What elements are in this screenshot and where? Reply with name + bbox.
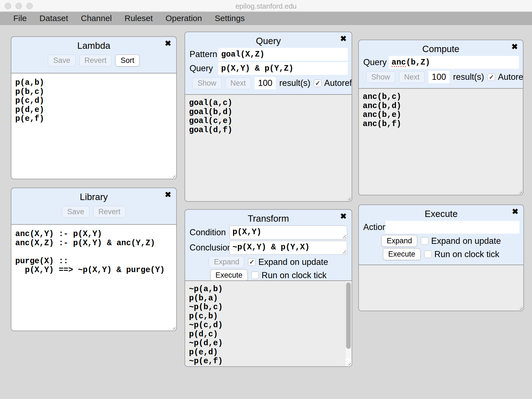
library-editor-area: anc(X,Y) :- p(X,Y) anc(X,Z) :- p(X,Y) & …: [11, 224, 176, 331]
checkmark-icon: ✓: [315, 80, 320, 86]
compute-panel: Compute ✖ Query anc(b,Z) Show Next resul…: [358, 40, 523, 195]
expand-on-update-label: Expand on update: [431, 236, 501, 246]
window-title: epilog.stanford.edu: [0, 2, 532, 11]
results-suffix-label: result(s): [279, 78, 310, 88]
library-save-button[interactable]: Save: [62, 206, 89, 218]
compute-query-input[interactable]: anc(b,Z): [389, 56, 519, 69]
lambda-panel-header: Lambda ✖ Save Revert Sort: [11, 37, 176, 66]
lambda-panel-title: Lambda: [11, 40, 176, 51]
autorefresh-label: Autorefresh: [324, 78, 352, 88]
compute-panel-title: Compute: [359, 44, 523, 55]
run-on-clock-tick-checkbox[interactable]: [251, 272, 259, 279]
compute-results: anc(b,c) anc(b,d) anc(b,e) anc(b,f): [359, 89, 523, 132]
compute-results-area: anc(b,c) anc(b,d) anc(b,e) anc(b,f): [359, 88, 523, 195]
query-input[interactable]: [218, 62, 348, 75]
query-results-area: goal(a,c) goal(b,d) goal(c,e) goal(d,f): [185, 94, 352, 201]
autorefresh-label: Autorefresh: [498, 72, 523, 82]
query-results: goal(a,c) goal(b,d) goal(c,e) goal(d,f): [185, 95, 352, 139]
query-label: Query: [190, 63, 218, 73]
library-revert-button[interactable]: Revert: [93, 206, 126, 218]
transform-results-area: ~p(a,b) p(b,a) ~p(b,c) p(c,b) ~p(c,d) p(…: [185, 280, 352, 366]
lambda-revert-button[interactable]: Revert: [79, 55, 112, 66]
library-editor[interactable]: anc(X,Y) :- p(X,Y) anc(X,Z) :- p(X,Y) & …: [11, 225, 176, 331]
transform-results: ~p(a,b) p(b,a) ~p(b,c) p(c,b) ~p(c,d) p(…: [185, 281, 352, 366]
condition-input[interactable]: p(X,Y): [229, 226, 347, 239]
execute-execute-button[interactable]: Execute: [383, 248, 421, 260]
query-autorefresh-checkbox[interactable]: ✓: [314, 80, 321, 87]
action-label: Action: [363, 222, 385, 232]
run-on-clock-tick-label: Run on clock tick: [262, 270, 326, 280]
query-panel: Query ✖ Pattern Query Show Next result(s…: [185, 32, 352, 202]
lambda-editor-area: p(a,b) p(b,c) p(c,d) p(d,e) p(e,f): [11, 73, 176, 179]
lambda-sort-button[interactable]: Sort: [115, 55, 140, 66]
pattern-label: Pattern: [190, 49, 218, 59]
query-show-button[interactable]: Show: [192, 77, 222, 89]
condition-label: Condition: [190, 227, 229, 237]
conclusion-input[interactable]: ~p(X,Y) & p(Y,X): [229, 241, 347, 255]
scrollbar[interactable]: [345, 281, 352, 366]
execute-run-on-clock-tick-checkbox[interactable]: [424, 250, 432, 258]
lambda-editor[interactable]: p(a,b) p(b,c) p(c,d) p(d,e) p(e,f): [11, 73, 176, 179]
close-icon[interactable]: ✖: [340, 213, 347, 220]
compute-result-count-input[interactable]: [428, 71, 449, 83]
query-panel-header: Query ✖ Pattern Query Show Next result(s…: [185, 32, 352, 89]
checkmark-icon: ✓: [249, 259, 254, 265]
compute-autorefresh-checkbox[interactable]: ✓: [488, 73, 495, 81]
close-icon[interactable]: ✖: [165, 191, 171, 199]
menu-ruleset[interactable]: Ruleset: [125, 14, 153, 23]
query-result-count-input[interactable]: [255, 77, 276, 89]
menu-settings[interactable]: Settings: [215, 14, 245, 23]
transform-execute-button[interactable]: Execute: [210, 269, 248, 281]
execute-panel: Execute ✖ Action Expand Expand on update…: [358, 204, 524, 311]
transform-expand-button[interactable]: Expand: [209, 256, 245, 268]
execute-panel-header: Execute ✖ Action Expand Expand on update…: [359, 205, 523, 260]
pattern-input[interactable]: [218, 48, 348, 61]
resize-handle-icon[interactable]: [518, 306, 523, 310]
execute-panel-title: Execute: [359, 208, 523, 219]
conclusion-label: Conclusion: [190, 243, 229, 253]
run-on-clock-tick-label: Run on clock tick: [434, 249, 499, 259]
execute-results: [359, 265, 523, 273]
close-icon[interactable]: ✖: [340, 35, 347, 43]
menu-bar: File Dataset Channel Ruleset Operation S…: [0, 12, 532, 25]
resize-handle-icon[interactable]: [347, 196, 351, 200]
library-panel: Library ✖ Save Revert anc(X,Y) :- p(X,Y)…: [11, 188, 177, 331]
query-next-button[interactable]: Next: [225, 77, 251, 89]
scrollbar-thumb[interactable]: [346, 282, 351, 349]
lambda-save-button[interactable]: Save: [48, 55, 76, 66]
execute-expand-button[interactable]: Expand: [381, 235, 417, 247]
results-suffix-label: result(s): [453, 72, 484, 82]
resize-handle-icon[interactable]: [518, 190, 522, 194]
close-icon[interactable]: ✖: [511, 43, 518, 51]
menu-file[interactable]: File: [13, 14, 27, 23]
execute-results-area: [359, 265, 523, 311]
transform-panel-header: Transform ✖ Condition p(X,Y) Conclusion …: [185, 210, 352, 281]
close-icon[interactable]: ✖: [512, 208, 518, 216]
menu-channel[interactable]: Channel: [81, 14, 112, 23]
compute-query-label: Query: [363, 57, 389, 67]
action-input[interactable]: [385, 221, 520, 234]
execute-expand-on-update-checkbox[interactable]: [421, 237, 428, 245]
close-icon[interactable]: ✖: [165, 40, 171, 47]
compute-panel-header: Compute ✖ Query anc(b,Z) Show Next resul…: [359, 40, 523, 83]
expand-on-update-label: Expand on update: [258, 257, 328, 267]
query-rest: (b,Z): [406, 58, 430, 67]
compute-show-button[interactable]: Show: [366, 71, 395, 83]
transform-panel: Transform ✖ Condition p(X,Y) Conclusion …: [185, 209, 352, 367]
menu-dataset[interactable]: Dataset: [39, 14, 68, 23]
library-panel-title: Library: [11, 191, 176, 203]
menu-operation[interactable]: Operation: [165, 14, 202, 23]
window-titlebar: epilog.stanford.edu: [0, 0, 532, 12]
checkmark-icon: ✓: [489, 74, 494, 80]
compute-next-button[interactable]: Next: [399, 71, 425, 83]
query-panel-title: Query: [185, 35, 352, 47]
library-panel-header: Library ✖ Save Revert: [11, 188, 176, 218]
misspelled-word: anc: [392, 58, 406, 67]
transform-panel-title: Transform: [185, 213, 352, 224]
expand-on-update-checkbox[interactable]: ✓: [248, 258, 255, 266]
lambda-panel: Lambda ✖ Save Revert Sort p(a,b) p(b,c) …: [11, 36, 177, 179]
